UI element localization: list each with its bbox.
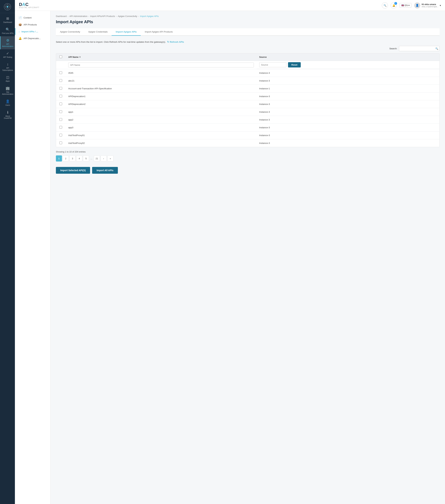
table-row: app1 Instance-3 <box>56 108 439 116</box>
apps-icon: ◫ <box>6 75 9 79</box>
row-checkbox-5[interactable] <box>59 110 62 113</box>
sidebar-item-about[interactable]: ℹ About OneAPIM <box>0 108 15 121</box>
row-checkbox-7[interactable] <box>59 126 62 129</box>
instructions-text: Select one or more APIs from the list to… <box>56 41 166 43</box>
sub-nav-api-deprecation-label: API Deprecatio... <box>24 37 41 40</box>
tab-import-apigee-products[interactable]: Import Apigee API Products <box>141 28 177 36</box>
page-btn-3[interactable]: 3 <box>69 155 75 162</box>
row-checkbox-6[interactable] <box>59 118 62 121</box>
import-all-button[interactable]: Import All APIs <box>92 167 118 174</box>
topbar-logo-sub: DIGITAL APICRAFT <box>19 7 39 8</box>
api-admin-icon: ⚙ <box>6 38 9 42</box>
sub-nav-api-products[interactable]: 📦 API Products <box>15 21 50 28</box>
cell-api-name-9: AsbTestProxy02 <box>66 139 257 147</box>
sidebar-item-api-admin[interactable]: ⚙ API Administration <box>0 36 15 49</box>
table-row: APIDeprecation1 Instance-3 <box>56 92 439 100</box>
find-apis-icon: 🔍 <box>6 27 10 32</box>
sub-nav-import-apis-label: Import APIs / ... <box>21 30 38 33</box>
select-all-checkbox[interactable] <box>59 55 62 58</box>
reset-filter-button[interactable]: Reset <box>288 62 301 68</box>
dashboard-icon: ⊞ <box>6 17 9 20</box>
cell-api-name-3: APIDeprecation1 <box>66 92 257 100</box>
import-selected-button[interactable]: Import Selected API(S) <box>56 167 90 174</box>
search-input[interactable] <box>399 46 440 51</box>
row-checkbox-1[interactable] <box>59 79 62 82</box>
row-checkbox-8[interactable] <box>59 134 62 136</box>
row-checkbox-2[interactable] <box>59 87 62 90</box>
breadcrumb-api-admin[interactable]: API Administration <box>69 15 87 18</box>
breadcrumb-dashboard[interactable]: Dashboard <box>56 15 67 18</box>
sidebar-item-dashboard[interactable]: ⊞ Dashboard <box>0 14 15 25</box>
sidebar-item-site-admin[interactable]: 🏢 Site Administration <box>0 84 15 97</box>
sidebar-navigation: ⊞ Dashboard 🔍 Find your APIs ⚙ API Admin… <box>0 13 15 121</box>
tab-apigee-connectivity[interactable]: Apigee Connectivity <box>56 28 84 36</box>
cell-source-6: Instance-3 <box>257 116 439 124</box>
table-row: Account-and-Transaction-API-Specificatio… <box>56 85 439 92</box>
topbar-logo-text: DAC <box>19 2 39 7</box>
table-row: abc21 Instance-3 <box>56 77 439 85</box>
filter-api-name-input[interactable] <box>68 63 254 68</box>
user-name: Hi ekta umare <box>422 3 438 6</box>
topbar-search-button[interactable]: 🔍 <box>382 2 388 8</box>
sub-nav-api-products-label: API Products <box>24 23 37 26</box>
sidebar-item-api-subscriptions[interactable]: ↕ API Subscriptions <box>0 60 15 73</box>
sub-nav-import-apis[interactable]: ↓ Import APIs / ... <box>15 28 50 35</box>
api-subscriptions-icon: ↕ <box>7 62 9 66</box>
th-api-name[interactable]: API Name ⇕ <box>66 53 257 61</box>
breadcrumb-import-apis[interactable]: Import APIs/API Products <box>90 15 115 18</box>
page-btn-next[interactable]: › <box>101 155 107 162</box>
row-checkbox-0[interactable] <box>59 71 62 74</box>
refresh-apis-button[interactable]: ↻ Refresh APIs <box>167 40 184 43</box>
table-row: AsbTestProxy01 Instance-3 <box>56 131 439 139</box>
search-icon: 🔍 <box>384 4 386 7</box>
table-row: APIDeprecation2 Instance-3 <box>56 100 439 108</box>
sub-nav-api-deprecation[interactable]: 🔔 API Deprecatio... <box>15 35 50 42</box>
notification-badge: 7 <box>394 2 397 5</box>
cell-source-5: Instance-3 <box>257 108 439 116</box>
search-container: Search: 🔍 <box>56 46 440 51</box>
filter-source-input[interactable] <box>259 62 286 67</box>
tab-import-apigee-apis[interactable]: Import Apigee APIs <box>112 28 141 36</box>
api-deprecation-icon: 🔔 <box>18 37 22 40</box>
language-selector[interactable]: 🇬🇧 EN ▾ <box>399 3 411 8</box>
main-container: DAC DIGITAL APICRAFT 🔍 🔔 7 🇬🇧 EN ▾ 👤 <box>15 0 445 504</box>
search-label: Search: <box>389 47 397 50</box>
row-checkbox-3[interactable] <box>59 95 62 97</box>
tab-apigee-credentials[interactable]: Apigee Credentials <box>84 28 112 36</box>
instructions: Select one or more APIs from the list to… <box>56 40 440 43</box>
th-select-all[interactable] <box>56 53 66 61</box>
page-btn-5[interactable]: 5 <box>83 155 89 162</box>
table-row: app3 Instance-3 <box>56 124 439 131</box>
page-btn-last[interactable]: » <box>107 155 113 162</box>
user-menu-button[interactable]: 👤 Hi ekta umare ekta.u+padmin@d... ▾ <box>414 2 441 8</box>
breadcrumb-apigee-connectivity[interactable]: Apigee Connectivity <box>118 15 137 18</box>
content-icon: 📄 <box>18 16 22 19</box>
topbar-notification-button[interactable]: 🔔 7 <box>391 2 397 8</box>
th-source: Source <box>257 53 439 61</box>
row-checkbox-9[interactable] <box>59 142 62 144</box>
page-content: Dashboard › API Administration › Import … <box>51 11 445 504</box>
chevron-down-icon: ▾ <box>409 4 410 7</box>
cell-source-2: Instance-1 <box>257 85 439 92</box>
cell-source-0: Instance-3 <box>257 69 439 77</box>
cell-source-4: Instance-3 <box>257 100 439 108</box>
avatar: 👤 <box>414 2 420 8</box>
sub-nav-content[interactable]: 📄 Content <box>15 14 50 21</box>
breadcrumb: Dashboard › API Administration › Import … <box>56 15 440 18</box>
api-products-icon: 📦 <box>18 23 22 26</box>
sidebar-item-find-apis[interactable]: 🔍 Find your APIs <box>0 25 15 36</box>
page-btn-1[interactable]: 1 <box>56 155 62 162</box>
sub-nav-content-label: Content <box>24 17 32 19</box>
sidebar-item-users[interactable]: 👤 Users <box>0 97 15 108</box>
page-btn-21[interactable]: 21 <box>94 155 100 162</box>
row-checkbox-4[interactable] <box>59 103 62 105</box>
sidebar-item-apps[interactable]: ◫ Apps <box>0 73 15 84</box>
page-btn-4[interactable]: 4 <box>76 155 82 162</box>
tabs-container: Apigee Connectivity Apigee Credentials I… <box>56 28 440 36</box>
flag-icon: 🇬🇧 <box>401 4 404 7</box>
sidebar-item-api-testing[interactable]: ✓ API Testing <box>0 49 15 60</box>
page-btn-2[interactable]: 2 <box>63 155 69 162</box>
sidebar: ⊞ Dashboard 🔍 Find your APIs ⚙ API Admin… <box>0 0 15 504</box>
cell-api-name-7: app3 <box>66 124 257 131</box>
refresh-icon: ↻ <box>167 40 169 43</box>
